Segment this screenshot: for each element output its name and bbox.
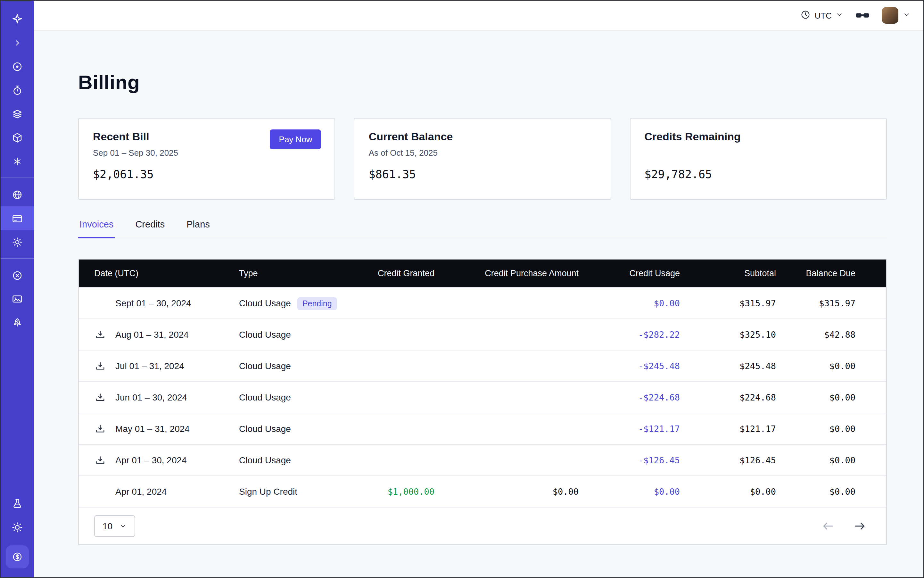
billing-tabs: Invoices Credits Plans [78, 219, 887, 239]
invoice-type: Sign Up Credit [239, 486, 297, 497]
card-subtitle: As of Oct 15, 2025 [369, 148, 596, 158]
timer-icon[interactable] [1, 78, 34, 102]
card-title: Current Balance [369, 131, 596, 143]
invoice-type: Cloud Usage [239, 424, 291, 434]
balance-due: $0.00 [789, 486, 886, 497]
credit-purchase: $0.00 [447, 486, 591, 497]
sun-icon[interactable] [1, 515, 34, 539]
balance-due: $42.88 [789, 330, 886, 339]
table-row: Apr 01, 2024 Sign Up Credit $1,000.00 $0… [79, 476, 886, 507]
rocket-icon[interactable] [1, 311, 34, 334]
layers-icon[interactable] [1, 102, 34, 126]
subtotal: $121.17 [693, 424, 789, 434]
subtotal: $0.00 [693, 486, 789, 497]
asterisk-icon[interactable] [1, 149, 34, 173]
download-invoice-icon[interactable] [94, 423, 106, 435]
table-header: Date (UTC) Type Credit Granted Credit Pu… [79, 260, 886, 287]
credit-usage: $0.00 [591, 486, 693, 497]
col-balance-due: Balance Due [789, 268, 886, 278]
credit-usage: -$121.17 [591, 424, 693, 434]
download-invoice-icon[interactable] [94, 391, 106, 403]
card-title: Credits Remaining [644, 131, 872, 143]
invoice-date: Apr 01 – 30, 2024 [115, 455, 187, 465]
current-balance-card: Current Balance As of Oct 15, 2025 $861.… [354, 118, 611, 200]
globe-icon[interactable] [1, 183, 34, 206]
avatar[interactable] [882, 7, 898, 24]
timezone-label: UTC [815, 11, 832, 20]
chevron-down-icon [903, 10, 911, 21]
subtotal: $315.97 [693, 298, 789, 308]
settings-gear-icon[interactable] [1, 230, 34, 254]
page-size-value: 10 [102, 521, 112, 531]
sidebar-collapse-button[interactable] [1, 31, 34, 54]
download-invoice-icon[interactable] [94, 454, 106, 466]
card-amount: $861.35 [369, 168, 596, 181]
credit-usage: -$224.68 [591, 392, 693, 403]
table-row: May 01 – 31, 2024 Cloud Usage -$121.17 $… [79, 413, 886, 444]
flask-icon[interactable] [1, 492, 34, 515]
col-type: Type [239, 268, 364, 278]
summary-cards: Recent Bill Sep 01 – Sep 30, 2025 $2,061… [78, 118, 887, 200]
sidebar-divider [1, 177, 34, 178]
invoice-date: Apr 01, 2024 [115, 486, 167, 497]
tab-plans[interactable]: Plans [185, 219, 211, 238]
circle-x-icon[interactable] [1, 263, 34, 287]
subtotal: $245.48 [693, 361, 789, 371]
invoice-date: Aug 01 – 31, 2024 [115, 330, 189, 339]
topbar: UTC [34, 1, 923, 31]
timezone-selector[interactable]: UTC [801, 9, 843, 21]
dollar-circle-icon[interactable] [6, 546, 29, 568]
invoice-date: May 01 – 31, 2024 [115, 424, 190, 434]
invoices-table: Date (UTC) Type Credit Granted Credit Pu… [78, 259, 887, 545]
pay-now-button[interactable]: Pay Now [270, 130, 322, 149]
table-row: Apr 01 – 30, 2024 Cloud Usage -$126.45 $… [79, 444, 886, 476]
sidebar-divider [1, 258, 34, 259]
image-monitor-icon[interactable] [1, 287, 34, 311]
subtotal: $224.68 [693, 392, 789, 403]
balance-due: $0.00 [789, 455, 886, 465]
next-page-button[interactable] [853, 519, 867, 533]
recent-bill-card: Recent Bill Sep 01 – Sep 30, 2025 $2,061… [78, 118, 335, 200]
tab-invoices[interactable]: Invoices [78, 219, 115, 238]
table-row: Jun 01 – 30, 2024 Cloud Usage -$224.68 $… [79, 381, 886, 413]
subtotal: $126.45 [693, 455, 789, 465]
app-window: UTC Billing [0, 0, 924, 578]
tab-credits[interactable]: Credits [134, 219, 166, 238]
credit-usage: -$126.45 [591, 455, 693, 465]
download-invoice-icon[interactable] [94, 329, 106, 340]
user-menu[interactable] [882, 7, 911, 24]
card-subtitle: Sep 01 – Sep 30, 2025 [93, 148, 321, 158]
table-row: Aug 01 – 31, 2024 Cloud Usage -$282.22 $… [79, 318, 886, 350]
main-content: Billing Recent Bill Sep 01 – Sep 30, 202… [34, 31, 923, 577]
content-column: UTC Billing [34, 1, 923, 577]
logo-icon[interactable] [1, 7, 34, 31]
table-row: Sept 01 – 30, 2024 Cloud UsagePending $0… [79, 287, 886, 318]
sidebar [1, 1, 34, 577]
goggles-icon[interactable] [855, 10, 870, 21]
download-spacer [94, 297, 106, 309]
balance-due: $315.97 [789, 298, 886, 308]
cube-icon[interactable] [1, 126, 34, 149]
col-credit-purchase: Credit Purchase Amount [447, 268, 591, 278]
col-credit-usage: Credit Usage [591, 268, 693, 278]
subtotal: $325.10 [693, 330, 789, 339]
previous-page-button[interactable] [821, 519, 835, 533]
card-amount: $29,782.65 [644, 168, 872, 181]
credit-usage: $0.00 [591, 298, 693, 308]
invoice-type: Cloud Usage [239, 455, 291, 465]
pagination [821, 519, 867, 533]
billing-card-icon[interactable] [1, 206, 34, 230]
card-subtitle [644, 148, 872, 158]
col-credit-granted: Credit Granted [364, 268, 447, 278]
radar-icon[interactable] [1, 54, 34, 78]
credit-granted: $1,000.00 [364, 486, 447, 497]
credit-usage: -$245.48 [591, 361, 693, 371]
credits-remaining-card: Credits Remaining $29,782.65 [630, 118, 887, 200]
invoice-type: Cloud Usage [239, 392, 291, 403]
invoice-date: Jun 01 – 30, 2024 [115, 392, 187, 403]
invoice-type: Cloud Usage [239, 298, 291, 308]
page-size-select[interactable]: 10 [94, 515, 135, 537]
download-invoice-icon[interactable] [94, 360, 106, 372]
credit-usage: -$282.22 [591, 330, 693, 339]
balance-due: $0.00 [789, 361, 886, 371]
